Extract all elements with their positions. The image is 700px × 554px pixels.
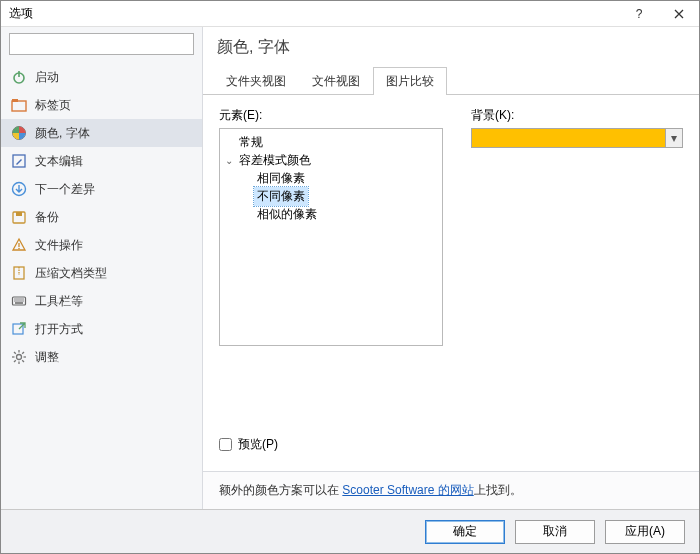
- zip-icon: [11, 265, 27, 281]
- sidebar-item-label: 启动: [35, 69, 59, 86]
- help-button[interactable]: ?: [619, 1, 659, 27]
- sidebar-item-colors-fonts[interactable]: 颜色, 字体: [1, 119, 202, 147]
- keyboard-icon: [11, 293, 27, 309]
- tab-bar: 文件夹视图 文件视图 图片比较: [203, 66, 699, 95]
- sidebar-item-archive-types[interactable]: 压缩文档类型: [1, 259, 202, 287]
- sidebar-item-toolbars[interactable]: 工具栏等: [1, 287, 202, 315]
- background-label: 背景(K):: [471, 107, 683, 124]
- elements-label: 元素(E):: [219, 107, 443, 124]
- alert-icon: [11, 237, 27, 253]
- tree-node-same-pixels[interactable]: 相同像素: [222, 169, 440, 187]
- svg-rect-4: [12, 101, 26, 111]
- sidebar-item-label: 颜色, 字体: [35, 125, 90, 142]
- tree-node-general[interactable]: 常规: [222, 133, 440, 151]
- tree-node-different-pixels[interactable]: 不同像素: [222, 187, 440, 205]
- preview-checkbox[interactable]: [219, 438, 232, 451]
- sidebar-item-label: 文件操作: [35, 237, 83, 254]
- sidebar-item-file-ops[interactable]: 文件操作: [1, 231, 202, 259]
- collapse-icon[interactable]: ⌄: [222, 155, 236, 166]
- sidebar-item-label: 下一个差异: [35, 181, 95, 198]
- chevron-down-icon: ▾: [671, 131, 677, 145]
- cancel-button[interactable]: 取消: [515, 520, 595, 544]
- close-button[interactable]: [659, 1, 699, 27]
- tab-image-compare[interactable]: 图片比较: [373, 67, 447, 95]
- sidebar-item-label: 打开方式: [35, 321, 83, 338]
- sidebar-item-label: 文本编辑: [35, 153, 83, 170]
- elements-tree[interactable]: 常规 ⌄容差模式颜色 相同像素 不同像素 相似的像素: [219, 128, 443, 346]
- sidebar-item-label: 压缩文档类型: [35, 265, 107, 282]
- background-color-swatch[interactable]: [471, 128, 665, 148]
- sidebar-item-startup[interactable]: 启动: [1, 63, 202, 91]
- sidebar-item-label: 调整: [35, 349, 59, 366]
- backup-icon: [11, 209, 27, 225]
- titlebar: 选项 ?: [1, 1, 699, 27]
- pencil-icon: [11, 153, 27, 169]
- svg-rect-5: [12, 99, 18, 102]
- search-input[interactable]: [9, 33, 194, 55]
- sidebar-item-tabs[interactable]: 标签页: [1, 91, 202, 119]
- button-bar: 确定 取消 应用(A): [1, 509, 699, 553]
- svg-line-27: [14, 360, 16, 362]
- sidebar-item-next-diff[interactable]: 下一个差异: [1, 175, 202, 203]
- apply-button[interactable]: 应用(A): [605, 520, 685, 544]
- svg-line-28: [22, 352, 24, 354]
- tab-icon: [11, 97, 27, 113]
- tab-folder-view[interactable]: 文件夹视图: [213, 67, 299, 95]
- arrow-down-icon: [11, 181, 27, 197]
- background-color-dropdown[interactable]: ▾: [665, 128, 683, 148]
- svg-point-20: [17, 355, 22, 360]
- sidebar-item-text-edit[interactable]: 文本编辑: [1, 147, 202, 175]
- palette-icon: [11, 125, 27, 141]
- content-pane: 颜色, 字体 文件夹视图 文件视图 图片比较 元素(E): 常规 ⌄容差模式颜色…: [203, 27, 699, 509]
- scooter-link[interactable]: Scooter Software 的网站: [342, 483, 473, 497]
- power-icon: [11, 69, 27, 85]
- svg-rect-10: [16, 212, 22, 216]
- nav-list: 启动 标签页 颜色, 字体 文本编辑 下一个差异 备份: [1, 63, 202, 509]
- footnote: 额外的颜色方案可以在 Scooter Software 的网站上找到。: [203, 471, 699, 509]
- svg-point-12: [18, 248, 20, 250]
- open-with-icon: [11, 321, 27, 337]
- close-icon: [674, 9, 684, 19]
- preview-label: 预览(P): [238, 436, 278, 453]
- sidebar-item-backup[interactable]: 备份: [1, 203, 202, 231]
- gear-icon: [11, 349, 27, 365]
- sidebar-item-tweaks[interactable]: 调整: [1, 343, 202, 371]
- sidebar-item-label: 标签页: [35, 97, 71, 114]
- svg-rect-19: [13, 324, 23, 334]
- sidebar: 启动 标签页 颜色, 字体 文本编辑 下一个差异 备份: [1, 27, 203, 509]
- tab-file-view[interactable]: 文件视图: [299, 67, 373, 95]
- tree-node-tolerance-colors[interactable]: ⌄容差模式颜色: [222, 151, 440, 169]
- svg-line-26: [22, 360, 24, 362]
- window-title: 选项: [9, 5, 619, 22]
- sidebar-item-open-with[interactable]: 打开方式: [1, 315, 202, 343]
- svg-line-25: [14, 352, 16, 354]
- sidebar-item-label: 工具栏等: [35, 293, 83, 310]
- page-title: 颜色, 字体: [203, 27, 699, 66]
- ok-button[interactable]: 确定: [425, 520, 505, 544]
- tree-node-similar-pixels[interactable]: 相似的像素: [222, 205, 440, 223]
- sidebar-item-label: 备份: [35, 209, 59, 226]
